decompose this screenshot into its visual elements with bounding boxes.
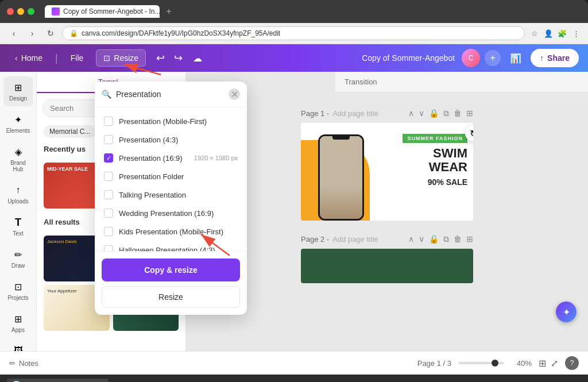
- redo-btn[interactable]: ↪: [171, 49, 186, 67]
- presentation-16-9-item[interactable]: Presentation (16:9) 1920 × 1080 px: [95, 149, 247, 167]
- browser-window: Copy of Sommer-Angebot - In... ✕ + ‹ › ↻…: [0, 0, 588, 44]
- sidebar-item-elements[interactable]: ✦ Elements: [3, 109, 33, 138]
- grid-view-icon[interactable]: ⊞: [539, 358, 546, 369]
- extensions-icon[interactable]: 🧩: [557, 28, 567, 38]
- draw-icon: ✏: [12, 248, 25, 261]
- lock-page-icon[interactable]: 🔒: [429, 109, 439, 118]
- lock-page-icon-2[interactable]: 🔒: [429, 234, 439, 244]
- chevron-down-icon[interactable]: ∨: [419, 109, 424, 118]
- file-menu-btn[interactable]: File: [65, 50, 90, 66]
- sidebar-item-projects[interactable]: ⊡ Projects: [3, 276, 33, 306]
- reload-btn[interactable]: ↻: [44, 26, 57, 40]
- sidebar-item-design[interactable]: ⊞ Design: [3, 76, 33, 106]
- presentation-4-3-checkbox[interactable]: [104, 135, 113, 144]
- chevron-down-icon-2[interactable]: ∨: [419, 234, 424, 244]
- view-options: ⊞ ⤢: [539, 358, 558, 369]
- browser-tab-active[interactable]: Copy of Sommer-Angebot - In... ✕: [45, 5, 160, 18]
- resize-btn[interactable]: ⊡ Resize: [96, 49, 146, 67]
- add-collaborator-btn[interactable]: +: [485, 50, 501, 66]
- transition-bar: Transition: [335, 72, 588, 92]
- close-window-btn[interactable]: [7, 8, 14, 15]
- analytics-icon[interactable]: 📊: [505, 51, 526, 66]
- back-btn[interactable]: ‹: [7, 26, 21, 40]
- copy-resize-btn[interactable]: Copy & resize: [102, 258, 240, 281]
- sidebar-item-uploads[interactable]: ↑ Uploads: [3, 179, 33, 209]
- wedding-presentation-checkbox[interactable]: [104, 209, 113, 218]
- kids-presentation-item[interactable]: Kids Presentation (Mobile-First): [95, 222, 247, 241]
- address-bar[interactable]: 🔒 canva.com/design/DAFktfe1y9U/IpG0hzDoS…: [62, 26, 525, 40]
- page-2-title-group: Page 2 - Add page title: [301, 235, 378, 244]
- sidebar-item-brand-hub[interactable]: ◈ Brand Hub: [3, 141, 33, 177]
- taskbar-file-item[interactable]: 📄 canva-design-ex....jpg ∧: [7, 379, 109, 382]
- forward-btn[interactable]: ›: [25, 26, 39, 40]
- summer-fashion-text: SUMMER FASHION: [403, 134, 467, 143]
- share-btn[interactable]: ↑ Share: [531, 49, 579, 67]
- chevron-left-icon: ‹: [15, 53, 18, 63]
- presentation-4-3-item[interactable]: Presentation (4:3): [95, 130, 247, 149]
- document-title: Copy of Sommer-Angebot: [362, 53, 455, 63]
- presentation-mobile-first-checkbox[interactable]: [104, 117, 113, 126]
- presentation-mobile-first-item[interactable]: Presentation (Mobile-First): [95, 112, 247, 130]
- presentation-folder-checkbox[interactable]: [104, 172, 113, 181]
- delete-page-icon[interactable]: 🗑: [454, 109, 462, 118]
- page-2-add-title[interactable]: Add page title: [332, 235, 378, 244]
- apps-icon: ⊞: [12, 312, 25, 325]
- copy-page-icon[interactable]: ⧉: [443, 109, 449, 118]
- sidebar-item-apps[interactable]: ⊞ Apps: [3, 308, 33, 338]
- user-avatar[interactable]: C: [462, 49, 480, 67]
- sidebar-text-label: Text: [13, 230, 23, 237]
- kids-presentation-checkbox[interactable]: [104, 227, 113, 236]
- talking-presentation-label: Talking Presentation: [119, 191, 238, 199]
- sidebar-uploads-label: Uploads: [7, 198, 29, 204]
- zoom-slider[interactable]: [458, 362, 504, 364]
- phone-screen: [320, 136, 362, 219]
- sidebar-elements-label: Elements: [6, 128, 30, 134]
- sidebar-item-photos[interactable]: 🖼 Photos: [3, 340, 33, 351]
- presentation-16-9-checkbox[interactable]: [104, 153, 113, 163]
- wedding-presentation-item[interactable]: Wedding Presentation (16:9): [95, 204, 247, 222]
- swim-text: SWIM: [403, 146, 467, 160]
- page-1-add-title[interactable]: Add page title: [332, 109, 378, 118]
- copy-page-icon-2[interactable]: ⧉: [443, 234, 449, 244]
- dropdown-search-clear-btn[interactable]: ✕: [229, 88, 240, 100]
- minimize-window-btn[interactable]: [17, 8, 24, 15]
- browser-titlebar: Copy of Sommer-Angebot - In... ✕ +: [0, 0, 588, 23]
- add-page-icon-2[interactable]: ⊞: [466, 234, 473, 244]
- halloween-presentation-item[interactable]: Halloween Presentation (4:3): [95, 241, 247, 251]
- page-2-container: Page 2 - Add page title ∧ ∨ 🔒 ⧉ 🗑 ⊞: [301, 230, 473, 283]
- dropdown-search-input[interactable]: [116, 90, 224, 99]
- uploads-icon: ↑: [12, 184, 25, 196]
- dropdown-search-icon: 🔍: [102, 90, 111, 99]
- halloween-presentation-checkbox[interactable]: [104, 245, 113, 251]
- new-tab-btn[interactable]: +: [162, 5, 176, 18]
- help-btn[interactable]: ?: [565, 356, 579, 370]
- canva-header: ‹ Home | File ⊡ Resize ↩ ↪ ☁ Copy of Som…: [0, 44, 588, 72]
- home-btn[interactable]: ‹ Home: [9, 50, 48, 66]
- notes-btn[interactable]: ✏ Notes: [9, 359, 38, 368]
- filter-chip[interactable]: Memorial C...: [44, 125, 96, 138]
- talking-presentation-item[interactable]: Talking Presentation: [95, 186, 247, 204]
- sidebar-item-text[interactable]: T Text: [3, 211, 33, 241]
- profile-icon[interactable]: 👤: [543, 28, 554, 38]
- delete-page-icon-2[interactable]: 🗑: [454, 234, 462, 244]
- dropdown-search-area: 🔍 ✕: [95, 82, 247, 107]
- canva-main: ⊞ Design ✦ Elements ◈ Brand Hub ↑ Upload…: [0, 72, 588, 351]
- talking-presentation-checkbox[interactable]: [104, 190, 113, 199]
- phone-notch: [332, 136, 350, 140]
- presentation-folder-item[interactable]: Presentation Folder: [95, 167, 247, 186]
- add-page-icon[interactable]: ⊞: [466, 109, 473, 118]
- bookmark-icon[interactable]: ☆: [529, 28, 540, 38]
- maximize-window-btn[interactable]: [28, 8, 34, 15]
- fullscreen-icon[interactable]: ⤢: [551, 358, 558, 369]
- chevron-up-icon-2[interactable]: ∧: [408, 234, 414, 244]
- taskbar-close-btn[interactable]: ✕: [574, 380, 581, 383]
- resize-only-btn[interactable]: Resize: [102, 286, 240, 308]
- magic-resize-fab[interactable]: ✦: [556, 302, 577, 322]
- menu-icon[interactable]: ⋮: [571, 28, 581, 38]
- chevron-up-icon[interactable]: ∧: [408, 109, 414, 118]
- undo-btn[interactable]: ↩: [153, 49, 168, 67]
- presentation-folder-label: Presentation Folder: [119, 172, 238, 181]
- tab-title: Copy of Sommer-Angebot - In...: [63, 7, 160, 16]
- url-text: canva.com/design/DAFktfe1y9U/IpG0hzDoSX3…: [82, 29, 280, 37]
- sidebar-item-draw[interactable]: ✏ Draw: [3, 244, 33, 273]
